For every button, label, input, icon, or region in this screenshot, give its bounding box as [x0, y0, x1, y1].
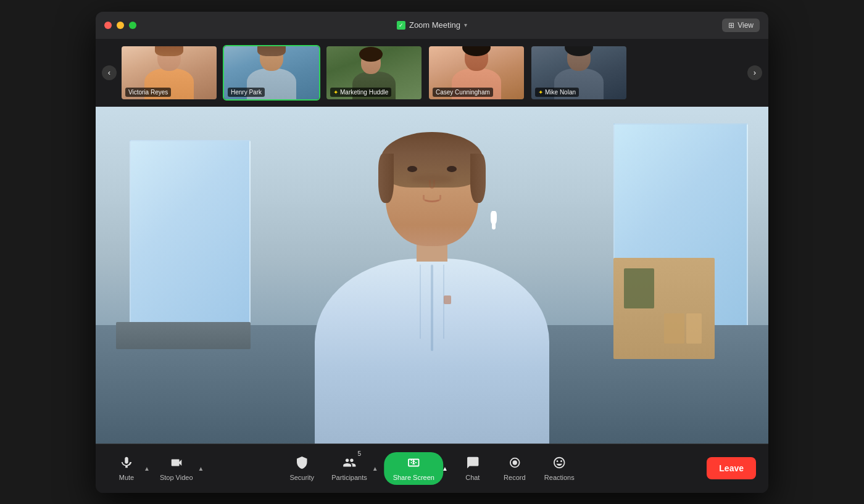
main-speaker-henry-park — [315, 141, 549, 444]
title-center[interactable]: ✓ Zoom Meeting ▾ — [397, 20, 467, 30]
video-arrow-button[interactable]: ▲ — [197, 465, 206, 472]
participants-button[interactable]: 5 Participants — [325, 452, 373, 485]
view-button[interactable]: ⊞ View — [722, 19, 760, 32]
thumbnail-henry-park[interactable]: Henry Park — [223, 45, 320, 101]
speaker-mouth — [423, 195, 441, 202]
mute-arrow-button[interactable]: ▲ — [143, 465, 151, 472]
mute-button[interactable]: Mute — [108, 452, 145, 485]
chevron-right-icon: › — [754, 68, 756, 77]
shield-icon: ✓ — [397, 21, 405, 30]
chat-label: Chat — [465, 474, 480, 481]
window-title: Zoom Meeting — [409, 20, 460, 30]
toolbar: Mute ▲ Stop Video ▲ — [96, 444, 768, 493]
thumbnail-label-mike: ✦ Mike Nolan — [535, 88, 579, 97]
share-screen-label: Share Screen — [393, 474, 434, 481]
thumbnails-strip: ‹ Victoria Reyes — [96, 39, 768, 107]
chevron-left-icon: ‹ — [108, 68, 110, 77]
office-window-left — [130, 140, 251, 325]
traffic-lights — [104, 22, 136, 29]
polo-emblem — [444, 295, 451, 304]
share-screen-arrow-button[interactable]: ▲ — [441, 465, 449, 472]
chevron-down-icon: ▾ — [464, 22, 467, 28]
record-icon — [508, 456, 521, 471]
speaker-stubble — [410, 175, 454, 184]
participants-icon: 5 — [343, 456, 356, 471]
thumbnail-victoria-reyes[interactable]: Victoria Reyes — [120, 45, 218, 101]
maximize-button[interactable] — [129, 22, 136, 29]
zoom-window: ✓ Zoom Meeting ▾ ⊞ View ‹ Victo — [96, 12, 768, 493]
share-screen-button[interactable]: Share Screen — [384, 452, 443, 485]
minimize-button[interactable] — [117, 22, 124, 29]
participants-arrow-button[interactable]: ▲ — [371, 465, 380, 472]
participant-count: 5 — [357, 451, 361, 457]
shelf-book-2 — [686, 313, 702, 344]
shirt-stripe-center — [431, 265, 433, 351]
thumbnail-label-victoria: Victoria Reyes — [125, 88, 171, 97]
speaker-eye-left — [407, 166, 417, 172]
thumbnail-marketing-huddle[interactable]: ✦ Marketing Huddle — [325, 45, 423, 101]
share-screen-group: Share Screen ▲ — [384, 452, 449, 485]
office-desk-left — [116, 322, 251, 349]
speaker-face — [398, 166, 466, 202]
thumbnail-name-mike: Mike Nolan — [545, 89, 576, 96]
microphone-icon — [120, 456, 133, 471]
thumbnail-name-casey: Casey Cunningham — [436, 89, 490, 96]
participants-group: 5 Participants ▲ — [325, 452, 379, 485]
security-button[interactable]: Security — [283, 452, 320, 485]
security-label: Security — [289, 474, 314, 481]
stop-video-button[interactable]: Stop Video — [154, 452, 199, 485]
close-button[interactable] — [104, 22, 112, 29]
toolbar-center: Security 5 Participants ▲ — [283, 452, 580, 485]
video-group: Stop Video ▲ — [154, 452, 206, 485]
reactions-label: Reactions — [544, 474, 575, 481]
view-icon: ⊞ — [728, 21, 734, 30]
mute-label: Mute — [119, 474, 134, 481]
share-screen-icon — [407, 456, 420, 471]
next-thumbnail-button[interactable]: › — [747, 65, 762, 80]
stop-video-label: Stop Video — [160, 474, 193, 481]
speaker-eyes — [398, 166, 466, 172]
shirt-stripe-left — [420, 265, 421, 339]
thumbnail-label-marketing: ✦ Marketing Huddle — [330, 88, 391, 97]
view-label: View — [737, 21, 754, 30]
thumbnail-casey-cunningham[interactable]: Casey Cunningham — [428, 45, 525, 101]
title-bar: ✓ Zoom Meeting ▾ ⊞ View — [96, 12, 768, 39]
thumbnail-label-casey: Casey Cunningham — [433, 88, 493, 97]
security-icon — [295, 456, 309, 471]
shelf-plant — [624, 268, 654, 309]
reactions-icon — [552, 456, 566, 471]
star-icon-mike: ✦ — [538, 89, 543, 96]
toolbar-left: Mute ▲ Stop Video ▲ — [108, 452, 205, 485]
mute-group: Mute ▲ — [108, 452, 151, 485]
participants-label: Participants — [331, 474, 367, 481]
leave-button[interactable]: Leave — [707, 457, 756, 479]
svg-point-1 — [512, 460, 517, 465]
airpod-stem-right — [492, 221, 496, 229]
toolbar-right: Leave — [707, 457, 756, 479]
thumbnail-name-henry: Henry Park — [231, 89, 262, 96]
video-camera-icon — [170, 456, 183, 471]
thumbnail-name-victoria: Victoria Reyes — [128, 89, 168, 96]
speaker-hair-side-right — [470, 154, 486, 203]
speaker-torso — [315, 258, 549, 444]
main-video-area — [96, 107, 768, 444]
speaker-eye-right — [447, 166, 457, 172]
record-label: Record — [504, 474, 525, 481]
thumbnail-label-henry: Henry Park — [228, 88, 265, 97]
star-icon-marketing: ✦ — [333, 89, 338, 96]
thumbnail-name-marketing: Marketing Huddle — [340, 89, 388, 96]
thumbnail-mike-nolan[interactable]: ✦ Mike Nolan — [530, 45, 628, 101]
speaker-head — [386, 141, 478, 246]
office-shelf — [613, 258, 715, 359]
reactions-button[interactable]: Reactions — [538, 452, 581, 485]
chat-button[interactable]: Chat — [454, 452, 491, 485]
shelf-book — [664, 313, 684, 344]
record-button[interactable]: Record — [496, 452, 533, 485]
prev-thumbnail-button[interactable]: ‹ — [102, 65, 117, 80]
chat-icon — [466, 456, 480, 471]
speaker-hair-side-left — [378, 154, 394, 203]
